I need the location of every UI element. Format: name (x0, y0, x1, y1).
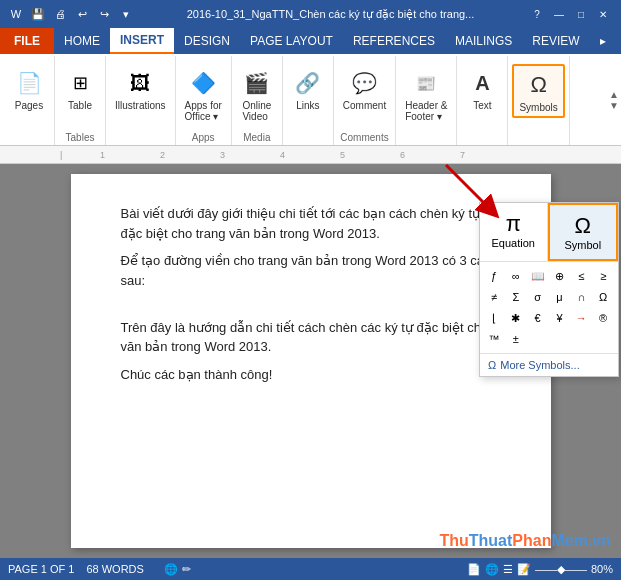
sym-book[interactable]: 📖 (528, 266, 548, 286)
more-symbols-button[interactable]: Ω More Symbols... (480, 353, 618, 376)
print-icon[interactable]: 🖨 (52, 6, 68, 22)
sym-cap[interactable]: ∩ (571, 287, 591, 307)
undo-icon[interactable]: ↩ (74, 6, 90, 22)
illustrations-button[interactable]: 🖼 Illustrations (110, 64, 171, 114)
header-footer-button[interactable]: 📰 Header &Footer ▾ (400, 64, 452, 125)
maximize-button[interactable]: □ (571, 4, 591, 24)
sym-f[interactable]: ƒ (484, 266, 504, 286)
sym-mu[interactable]: μ (550, 287, 570, 307)
sym-le[interactable]: ≤ (571, 266, 591, 286)
pages-button[interactable]: 📄 Pages (8, 64, 50, 114)
menu-item-more[interactable]: ▸ (590, 28, 616, 54)
sym-sigma-cap[interactable]: Σ (506, 287, 526, 307)
view-outline-icon[interactable]: ☰ (503, 563, 513, 576)
comment-icon: 💬 (349, 67, 381, 99)
menu-item-references[interactable]: REFERENCES (343, 28, 445, 54)
sym-oplus[interactable]: ⊕ (550, 266, 570, 286)
links-button[interactable]: 🔗 Links (287, 64, 329, 114)
ribbon-group-media: 🎬 OnlineVideo Media (232, 56, 283, 145)
tables-group-label: Tables (66, 132, 95, 145)
ribbon-group-text: A Text (457, 56, 508, 145)
symbols-icon: Ω (523, 69, 555, 101)
close-button[interactable]: ✕ (593, 4, 613, 24)
ribbon-group-header-footer: 📰 Header &Footer ▾ (396, 56, 457, 145)
help-button[interactable]: ? (527, 4, 547, 24)
paragraph-4: Chúc các bạn thành công! (121, 365, 501, 385)
view-normal-icon[interactable]: 📄 (467, 563, 481, 576)
ruler: | 1 2 3 4 5 6 7 (0, 146, 621, 164)
save-icon[interactable]: 💾 (30, 6, 46, 22)
apps-label: Apps forOffice ▾ (185, 100, 222, 122)
pages-icon: 📄 (13, 67, 45, 99)
comment-button[interactable]: 💬 Comment (338, 64, 391, 114)
table-label: Table (68, 100, 92, 111)
sym-star[interactable]: ✱ (506, 308, 526, 328)
online-video-icon: 🎬 (241, 67, 273, 99)
menu-item-design[interactable]: DESIGN (174, 28, 240, 54)
dropdown-top: π Equation Ω Symbol (480, 203, 618, 262)
sym-yen[interactable]: ¥ (550, 308, 570, 328)
table-button[interactable]: ⊞ Table (59, 64, 101, 114)
comment-label: Comment (343, 100, 386, 111)
view-draft-icon[interactable]: 📝 (517, 563, 531, 576)
ribbon-group-tables: ⊞ Table Tables (55, 56, 106, 145)
sym-ge[interactable]: ≥ (593, 266, 613, 286)
online-video-button[interactable]: 🎬 OnlineVideo (236, 64, 278, 125)
equation-button[interactable]: π Equation (480, 203, 548, 261)
status-icons: 🌐 ✏ (164, 563, 191, 576)
sym-pm[interactable]: ± (506, 329, 526, 349)
zoom-slider[interactable]: ——◆—— (535, 563, 587, 576)
customize-icon[interactable]: ▾ (118, 6, 134, 22)
language-icon[interactable]: 🌐 (164, 563, 178, 576)
redo-icon[interactable]: ↪ (96, 6, 112, 22)
illustrations-label: Illustrations (115, 100, 166, 111)
table-icon: ⊞ (64, 67, 96, 99)
text-button[interactable]: A Text (461, 64, 503, 114)
menu-item-insert[interactable]: INSERT (110, 28, 174, 54)
sym-tm[interactable]: ™ (484, 329, 504, 349)
header-footer-label: Header &Footer ▾ (405, 100, 447, 122)
media-group-label: Media (243, 132, 270, 145)
menu-item-page-layout[interactable]: PAGE LAYOUT (240, 28, 343, 54)
word-icon: W (8, 6, 24, 22)
zoom-level: 80% (591, 563, 613, 575)
sym-omega[interactable]: Ω (593, 287, 613, 307)
menu-item-file[interactable]: FILE (0, 28, 54, 54)
sym-sigma[interactable]: σ (528, 287, 548, 307)
menu-item-home[interactable]: HOME (54, 28, 110, 54)
sym-inf[interactable]: ∞ (506, 266, 526, 286)
status-right: 📄 🌐 ☰ 📝 ——◆—— 80% (467, 563, 613, 576)
symbols-dropdown-panel: π Equation Ω Symbol ƒ ∞ 📖 ⊕ ≤ ≥ ≠ Σ σ μ … (479, 202, 619, 377)
ribbon-group-pages: 📄 Pages (4, 56, 55, 145)
watermark: ThuThuatPhanMem.vn (439, 532, 611, 550)
sym-ne[interactable]: ≠ (484, 287, 504, 307)
sym-arrow[interactable]: → (571, 308, 591, 328)
apps-group-label: Apps (192, 132, 215, 145)
symbol-button[interactable]: Ω Symbol (548, 203, 619, 261)
minimize-button[interactable]: — (549, 4, 569, 24)
watermark-phan: Phan (512, 532, 551, 549)
title-bar-title: 2016-10_31_NgaTTN_Chèn các ký tự đặc biệ… (134, 8, 527, 21)
sym-euro[interactable]: € (528, 308, 548, 328)
sym-reg[interactable]: ® (593, 308, 613, 328)
online-video-label: OnlineVideo (242, 100, 271, 122)
apps-icon: 🔷 (187, 67, 219, 99)
watermark-vn: .vn (588, 532, 611, 549)
ribbon-group-comments: 💬 Comment Comments (334, 56, 396, 145)
title-bar: W 💾 🖨 ↩ ↪ ▾ 2016-10_31_NgaTTN_Chèn các k… (0, 0, 621, 28)
links-label: Links (296, 100, 319, 111)
pages-label: Pages (15, 100, 43, 111)
view-web-icon[interactable]: 🌐 (485, 563, 499, 576)
menu-item-mailings[interactable]: MAILINGS (445, 28, 522, 54)
edit-mode-icon[interactable]: ✏ (182, 563, 191, 576)
ribbon-scroll[interactable]: ▲ ▼ (609, 54, 619, 145)
word-count: 68 WORDS (86, 563, 143, 576)
status-left: PAGE 1 OF 1 68 WORDS 🌐 ✏ (8, 563, 467, 576)
sym-floor[interactable]: ⌊ (484, 308, 504, 328)
symbols-label: Symbols (519, 102, 557, 113)
symbols-button[interactable]: Ω Symbols (512, 64, 564, 118)
menu-item-review[interactable]: REVIEW (522, 28, 589, 54)
symbol-label: Symbol (564, 239, 601, 251)
apps-button[interactable]: 🔷 Apps forOffice ▾ (180, 64, 227, 125)
watermark-thuat: Thuat (469, 532, 513, 549)
